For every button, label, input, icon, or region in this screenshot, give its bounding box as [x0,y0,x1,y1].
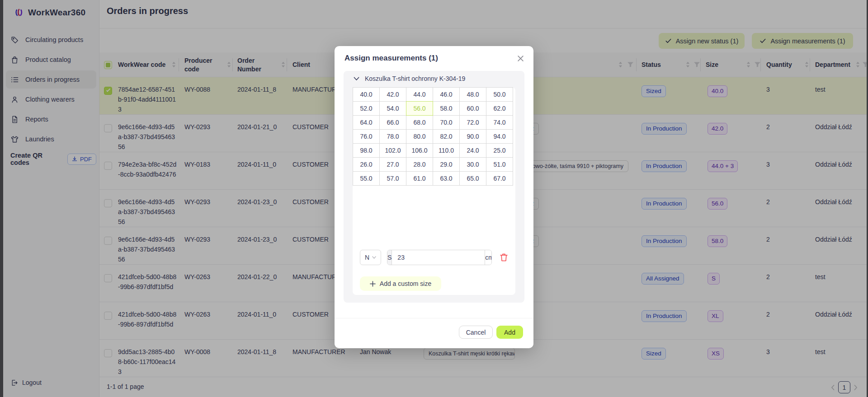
app-window: WorkWear360 Circulating products Product… [0,0,868,397]
size-cell[interactable]: 63.0 [433,171,460,186]
chevron-down-icon [372,256,376,259]
product-section-toggle[interactable]: Koszulka T-shirt ochronny K-304-19 [354,75,465,82]
modal-footer-divider [335,318,533,318]
size-cell[interactable]: 70.0 [433,115,460,130]
size-cell[interactable]: 102.0 [379,143,406,158]
close-icon[interactable] [515,53,525,63]
size-cell[interactable]: 61.0 [406,171,433,186]
size-cell[interactable]: 30.0 [459,157,486,172]
size-cell[interactable]: 90.0 [459,129,486,144]
size-cell[interactable]: 57.0 [379,171,406,186]
size-cell[interactable]: 56.0 [406,101,433,116]
size-cell[interactable]: 42.0 [379,87,406,102]
size-cell[interactable]: 80.0 [406,129,433,144]
custom-size-input[interactable] [392,250,485,265]
size-cell[interactable]: 94.0 [486,129,513,144]
size-cell[interactable]: 98.0 [353,143,380,158]
plus-icon [370,281,376,287]
custom-size-prefix: S [387,250,392,265]
custom-size-row: N S cm [360,250,508,265]
product-section-label: Koszulka T-shirt ochronny K-304-19 [365,75,465,82]
size-cell[interactable]: 66.0 [379,115,406,130]
size-cell[interactable]: 28.0 [406,157,433,172]
size-cell[interactable]: 54.0 [379,101,406,116]
custom-size-unit: cm [485,250,492,265]
chevron-down-icon [354,77,359,81]
size-cell[interactable]: 68.0 [406,115,433,130]
custom-size-input-group: S cm [387,250,492,265]
size-cell[interactable]: 40.0 [353,87,380,102]
size-cell[interactable]: 51.0 [486,157,513,172]
size-cell[interactable]: 62.0 [486,101,513,116]
add-custom-size-button[interactable]: Add a custom size [360,276,441,291]
custom-size-type-select[interactable]: N [360,250,381,265]
add-custom-size-label: Add a custom size [380,280,431,287]
add-button[interactable]: Add [496,326,523,339]
size-cell[interactable]: 72.0 [459,115,486,130]
size-cell[interactable]: 78.0 [379,129,406,144]
size-cell[interactable]: 48.0 [459,87,486,102]
size-cell[interactable]: 65.0 [459,171,486,186]
product-section-panel: Koszulka T-shirt ochronny K-304-19 *Size… [344,71,524,303]
size-cell[interactable]: 46.0 [433,87,460,102]
size-cell[interactable]: 24.0 [459,143,486,158]
size-cell[interactable]: 76.0 [353,129,380,144]
cancel-button[interactable]: Cancel [459,326,493,339]
size-cell[interactable]: 26.0 [353,157,380,172]
size-cell[interactable]: 110.0 [433,143,460,158]
assign-measurements-modal: Assign measurements (1) Koszulka T-shirt… [335,46,533,348]
size-cell[interactable]: 74.0 [486,115,513,130]
size-cell[interactable]: 64.0 [353,115,380,130]
size-cell[interactable]: 25.0 [486,143,513,158]
size-cell[interactable]: 27.0 [379,157,406,172]
size-card: *Size 40.0 42.0 44.0 46.0 48.0 50. [353,87,515,295]
size-cell[interactable]: 50.0 [486,87,513,102]
size-cell[interactable]: 58.0 [433,101,460,116]
size-cell[interactable]: 52.0 [353,101,380,116]
size-cell[interactable]: 67.0 [486,171,513,186]
custom-size-type-value: N [365,254,369,261]
size-cell[interactable]: 55.0 [353,171,380,186]
trash-icon[interactable] [500,253,508,262]
modal-title: Assign measurements (1) [344,54,438,63]
size-cell[interactable]: 106.0 [406,143,433,158]
size-cell[interactable]: 82.0 [433,129,460,144]
size-cell[interactable]: 29.0 [433,157,460,172]
size-cell[interactable]: 60.0 [459,101,486,116]
size-cell[interactable]: 44.0 [406,87,433,102]
